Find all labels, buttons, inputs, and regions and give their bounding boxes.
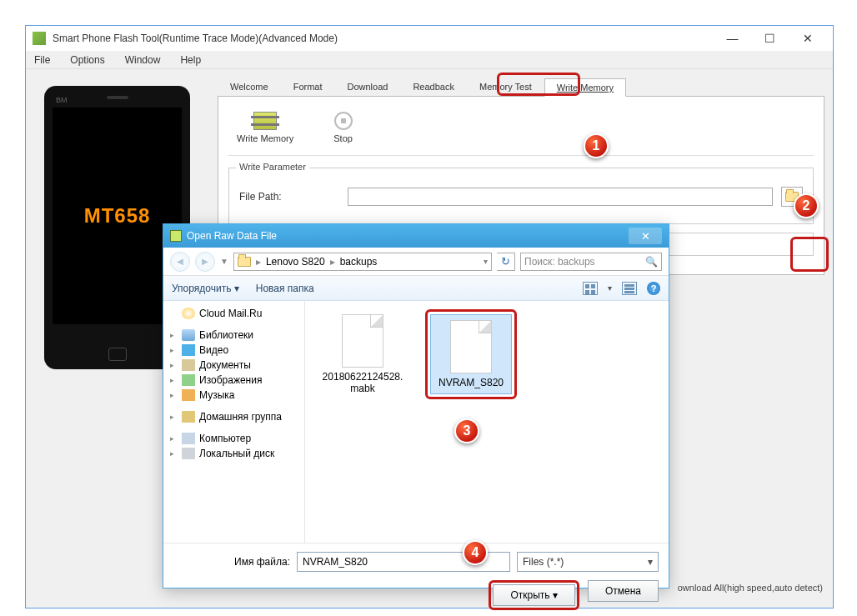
annotation-highlight-4: Открыть ▾ [489,580,579,610]
chevron-down-icon: ▾ [648,556,653,568]
computer-icon [182,433,195,444]
tree-computer[interactable]: ▸Компьютер [167,431,301,446]
chevron-right-icon: ▸ [256,256,261,268]
menu-help[interactable]: Help [177,53,204,68]
write-parameter-group: Write Parameter File Path: [228,168,814,224]
view-list-icon[interactable] [622,282,637,295]
window-title: Smart Phone Flash Tool(Runtime Trace Mod… [53,33,714,44]
new-folder-button[interactable]: Новая папка [256,283,314,294]
search-icon: 🔍 [645,256,658,268]
annotation-badge-2: 2 [794,193,819,218]
tab-memory-test[interactable]: Memory Test [467,78,544,96]
tab-format[interactable]: Format [281,78,335,96]
cancel-button[interactable]: Отмена [588,580,659,602]
maximize-button[interactable]: ☐ [751,27,789,50]
search-placeholder: Поиск: backups [524,256,595,268]
status-text: ownload All(high speed,auto detect) [678,583,823,593]
menubar: File Options Window Help [26,51,833,69]
phone-home-button [108,348,127,361]
tree-homegroup[interactable]: ▸Домашняя группа [167,409,301,424]
app-icon [33,32,46,45]
file-icon [450,320,492,373]
dialog-titlebar: Open Raw Data File ✕ [163,224,669,248]
dialog-nav: ◄ ► ▼ ▸ Lenovo S820 ▸ backups ▾ ↻ Поиск:… [163,248,669,276]
close-button[interactable]: ✕ [789,27,826,50]
nav-forward-button[interactable]: ► [195,252,215,272]
annotation-badge-4: 4 [463,540,488,565]
tab-readback[interactable]: Readback [400,78,467,96]
menu-options[interactable]: Options [67,53,108,68]
dialog-body: Cloud Mail.Ru ▸Библиотеки ▸Видео ▸Докуме… [163,301,669,543]
document-icon [182,359,195,371]
nav-tree: Cloud Mail.Ru ▸Библиотеки ▸Видео ▸Докуме… [163,301,305,543]
file-item-nvram[interactable]: NVRAM_S820 [425,309,517,399]
file-icon [342,314,383,368]
chevron-down-icon[interactable]: ▾ [484,257,488,266]
disk-icon [182,448,195,459]
help-icon[interactable]: ? [647,282,660,295]
panel-toolbar: Write Memory Stop [228,107,814,156]
stop-icon [334,112,353,130]
path-seg1[interactable]: Lenovo S820 [266,256,325,268]
dialog-app-icon [170,230,182,242]
tab-write-memory[interactable]: Write Memory [544,78,626,97]
menu-file[interactable]: File [31,53,53,68]
file-name-nvram: NVRAM_S820 [439,377,504,388]
titlebar: Smart Phone Flash Tool(Runtime Trace Mod… [26,26,833,51]
chevron-right-icon: ▸ [330,256,335,268]
refresh-button[interactable]: ↻ [497,253,515,271]
dialog-footer: Имя файла: Files (*.*)▾ Открыть ▾ Отмена [163,543,669,616]
music-icon [182,389,195,401]
file-list: 20180622124528.mabk NVRAM_S820 [305,301,669,543]
organize-menu[interactable]: Упорядочить ▾ [172,283,239,294]
stop-label: Stop [333,133,353,143]
search-input[interactable]: Поиск: backups 🔍 [520,253,662,271]
tab-download[interactable]: Download [335,78,401,96]
group-legend: Write Parameter [236,162,309,172]
library-icon [182,329,195,341]
dialog-title: Open Raw Data File [187,230,629,242]
phone-speaker [107,96,128,99]
tree-libraries[interactable]: ▸Библиотеки [167,328,301,343]
tree-video[interactable]: ▸Видео [167,343,301,358]
filepath-input[interactable] [348,188,773,206]
nav-back-button[interactable]: ◄ [170,252,190,272]
write-memory-button[interactable]: Write Memory [237,112,293,143]
tab-welcome[interactable]: Welcome [218,78,281,96]
filepath-label: File Path: [239,191,339,203]
chip-icon [253,112,277,130]
filetype-select[interactable]: Files (*.*)▾ [517,552,659,572]
view-grid-icon[interactable] [583,282,598,295]
stop-button[interactable]: Stop [333,112,353,143]
filename-label: Имя файла: [173,556,290,568]
homegroup-icon [182,411,195,423]
tree-images[interactable]: ▸Изображения [167,373,301,388]
tree-disk[interactable]: ▸Локальный диск [167,446,301,461]
tree-docs[interactable]: ▸Документы [167,358,301,373]
open-button[interactable]: Открыть ▾ [493,584,574,606]
file-dialog: Open Raw Data File ✕ ◄ ► ▼ ▸ Lenovo S820… [163,223,669,588]
dialog-toolbar: Упорядочить ▾ Новая папка ▾ ? [163,276,669,301]
path-seg2[interactable]: backups [340,256,378,268]
tabs: Welcome Format Download Readback Memory … [218,78,824,97]
address-bar[interactable]: ▸ Lenovo S820 ▸ backups ▾ [233,253,492,271]
cloud-icon [182,308,195,319]
image-icon [182,374,195,386]
file-item-backup[interactable]: 20180622124528.mabk [317,309,408,399]
folder-icon [238,257,251,267]
tree-cloud[interactable]: Cloud Mail.Ru [167,306,301,321]
annotation-badge-1: 1 [584,133,609,158]
tree-music[interactable]: ▸Музыка [167,388,301,403]
write-memory-label: Write Memory [237,133,293,143]
video-icon [182,344,195,356]
annotation-badge-3: 3 [454,418,479,443]
dialog-close-button[interactable]: ✕ [629,228,662,244]
phone-brand: BM [56,96,68,104]
minimize-button[interactable]: — [714,27,751,50]
menu-window[interactable]: Window [122,53,164,68]
